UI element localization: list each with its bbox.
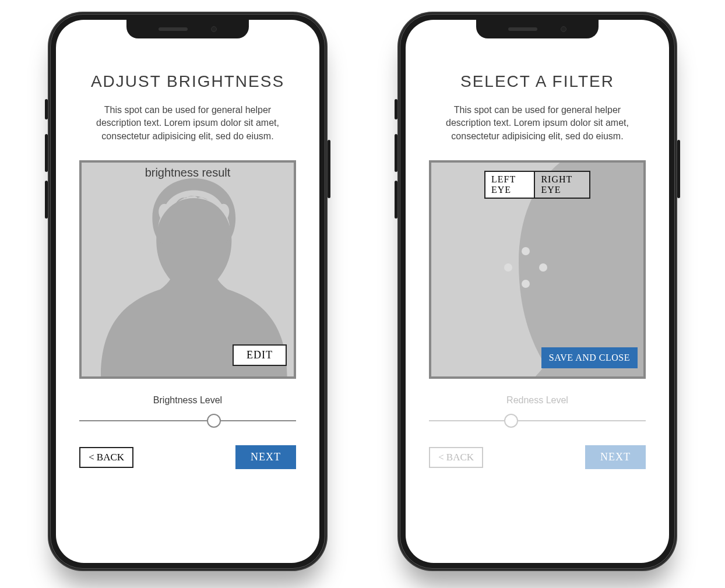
- helper-text: This spot can be used for general helper…: [83, 104, 293, 143]
- page-title: ADJUST BRIGHTNESS: [91, 72, 284, 91]
- image-preview: LEFT EYE RIGHT EYE SAVE AND CLOSE: [429, 160, 646, 379]
- save-and-close-button[interactable]: SAVE AND CLOSE: [541, 347, 638, 368]
- slider-label: Redness Level: [506, 395, 568, 406]
- phone-frame-brightness: ADJUST BRIGHTNESS This spot can be used …: [48, 12, 328, 571]
- edit-button[interactable]: EDIT: [233, 344, 287, 366]
- back-button[interactable]: < BACK: [429, 447, 483, 468]
- back-button[interactable]: < BACK: [79, 447, 133, 468]
- image-preview: brightness result EDIT: [79, 160, 296, 379]
- image-label: brightness result: [82, 166, 294, 179]
- helper-text: This spot can be used for general helper…: [432, 104, 642, 143]
- slider-knob[interactable]: [504, 414, 518, 428]
- brightness-slider[interactable]: [79, 414, 296, 428]
- redness-slider[interactable]: [429, 414, 646, 428]
- slider-label: Brightness Level: [153, 395, 222, 406]
- tab-left-eye[interactable]: LEFT EYE: [484, 171, 535, 199]
- next-button[interactable]: NEXT: [235, 445, 296, 469]
- phone-frame-filter: SELECT A FILTER This spot can be used fo…: [397, 12, 677, 571]
- tab-right-eye[interactable]: RIGHT EYE: [535, 171, 590, 199]
- page-title: SELECT A FILTER: [460, 72, 614, 91]
- next-button[interactable]: NEXT: [585, 445, 646, 469]
- slider-knob[interactable]: [207, 414, 221, 428]
